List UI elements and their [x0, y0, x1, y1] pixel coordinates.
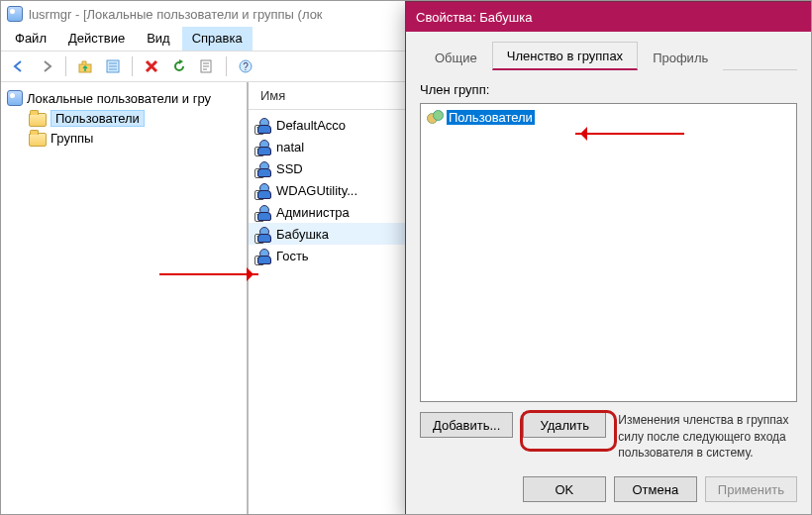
menu-file[interactable]: Файл — [5, 27, 56, 51]
list-item-label: natal — [276, 140, 304, 154]
user-icon — [256, 226, 272, 242]
list-item-label: WDAGUtility... — [276, 183, 357, 198]
delete-button[interactable] — [140, 54, 163, 78]
menu-action[interactable]: Действие — [58, 27, 135, 51]
list-item-label: Администра — [276, 205, 350, 220]
list-item-label: Гость — [276, 249, 309, 263]
tree-root-icon — [7, 90, 23, 106]
nav-forward-button[interactable] — [35, 54, 58, 78]
window-title: lusrmgr - [Локальные пользователи и груп… — [29, 7, 323, 22]
properties-dialog: Свойства: Бабушка Общие Членство в групп… — [405, 1, 812, 515]
help-button[interactable]: ? — [234, 54, 257, 78]
tab-general[interactable]: Общие — [420, 44, 492, 70]
toolbar-separator — [132, 56, 133, 76]
ok-button[interactable]: OK — [523, 476, 606, 502]
user-icon — [256, 139, 272, 154]
dialog-titlebar[interactable]: Свойства: Бабушка — [406, 2, 811, 32]
nav-back-button[interactable] — [7, 54, 31, 78]
tree-item-users[interactable]: Пользователи — [5, 108, 243, 129]
user-icon — [256, 160, 272, 176]
nav-tree[interactable]: Локальные пользователи и гру Пользовател… — [1, 82, 249, 515]
refresh-button[interactable] — [167, 54, 191, 78]
app-icon — [7, 6, 23, 22]
tree-item-label: Пользователи — [51, 110, 145, 127]
tab-strip: Общие Членство в группах Профиль — [420, 42, 797, 70]
list-item-label: Бабушка — [276, 227, 329, 242]
svg-text:?: ? — [243, 61, 249, 72]
menu-help[interactable]: Справка — [182, 27, 253, 51]
group-item[interactable]: Пользователи — [425, 108, 792, 126]
export-button[interactable] — [195, 54, 219, 78]
member-of-label: Член групп: — [420, 82, 797, 97]
properties-button[interactable] — [101, 54, 125, 78]
group-icon — [427, 109, 443, 125]
user-icon — [256, 248, 272, 263]
tree-root-label: Локальные пользователи и гру — [27, 91, 211, 106]
add-button[interactable]: Добавить... — [420, 412, 513, 438]
user-icon — [256, 204, 272, 220]
groups-listbox[interactable]: Пользователи — [420, 103, 797, 402]
tree-root[interactable]: Локальные пользователи и гру — [5, 88, 243, 108]
apply-button[interactable]: Применить — [705, 476, 797, 502]
tree-item-label: Группы — [51, 131, 93, 146]
toolbar-separator — [226, 56, 227, 76]
folder-icon — [29, 133, 47, 147]
cancel-button[interactable]: Отмена — [614, 476, 697, 502]
tab-membership[interactable]: Членство в группах — [492, 42, 638, 70]
list-item-label: SSD — [276, 161, 303, 176]
up-button[interactable] — [73, 54, 97, 78]
membership-note: Изменения членства в группах силу после … — [618, 412, 797, 461]
user-icon — [256, 117, 272, 133]
list-item-label: DefaultAcco — [276, 118, 346, 133]
tab-profile[interactable]: Профиль — [638, 44, 723, 70]
folder-icon — [29, 113, 47, 127]
menu-view[interactable]: Вид — [137, 27, 180, 51]
dialog-footer: OK Отмена Применить — [406, 466, 811, 514]
tree-item-groups[interactable]: Группы — [5, 129, 243, 148]
toolbar-separator — [65, 56, 66, 76]
group-item-label: Пользователи — [447, 110, 535, 125]
user-icon — [256, 182, 272, 198]
remove-button[interactable]: Удалить — [523, 412, 606, 438]
dialog-title: Свойства: Бабушка — [416, 10, 532, 25]
